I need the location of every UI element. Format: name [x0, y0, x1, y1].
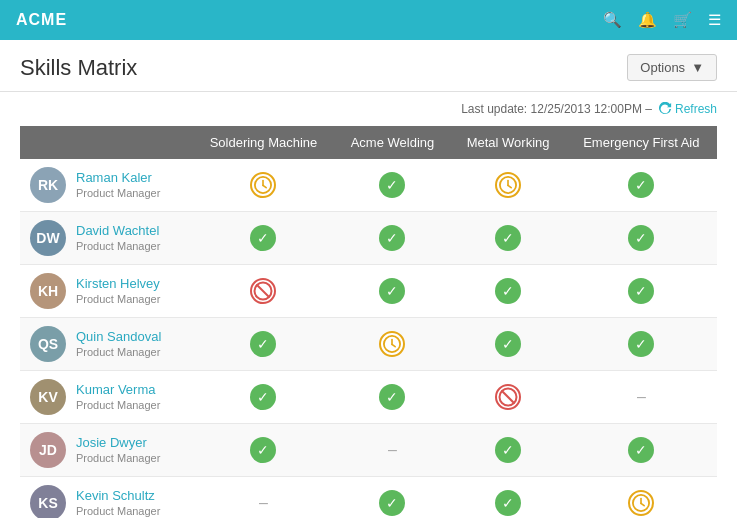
page-title: Skills Matrix [20, 55, 137, 81]
table-row: QS Quin Sandoval Product Manager ✓ ✓ ✓ [20, 318, 717, 371]
cell-welding: ✓ [334, 159, 450, 212]
page-content: Skills Matrix Options ▼ Last update: 12/… [0, 40, 737, 518]
svg-line-5 [508, 185, 511, 187]
menu-icon[interactable]: ☰ [708, 11, 721, 29]
check-icon: ✓ [628, 331, 654, 357]
person-name[interactable]: Kirsten Helvey [76, 276, 160, 291]
person-name[interactable]: Kevin Schultz [76, 488, 160, 503]
cell-metal: ✓ [450, 212, 565, 265]
person-name[interactable]: Kumar Verma [76, 382, 160, 397]
skills-matrix-table: Soldering Machine Acme Welding Metal Wor… [20, 126, 717, 518]
person-role: Product Manager [76, 240, 160, 252]
person-role: Product Manager [76, 505, 160, 517]
cell-soldering: ✓ [193, 371, 335, 424]
person-role: Product Manager [76, 452, 160, 464]
table-header-row: Soldering Machine Acme Welding Metal Wor… [20, 126, 717, 159]
avatar: KS [30, 485, 66, 518]
clock-icon [495, 172, 521, 198]
person-details: Kirsten Helvey Product Manager [76, 276, 160, 306]
cell-firstaid: – [566, 371, 717, 424]
check-icon: ✓ [250, 225, 276, 251]
check-icon: ✓ [495, 331, 521, 357]
cell-welding: ✓ [334, 212, 450, 265]
table-row: JD Josie Dwyer Product Manager ✓ – ✓ ✓ [20, 424, 717, 477]
clock-icon [628, 490, 654, 516]
cell-soldering [193, 159, 335, 212]
table-row: KH Kirsten Helvey Product Manager ✓ ✓ ✓ [20, 265, 717, 318]
check-icon: ✓ [628, 172, 654, 198]
col-header-welding: Acme Welding [334, 126, 450, 159]
person-details: Quin Sandoval Product Manager [76, 329, 161, 359]
cell-metal: ✓ [450, 265, 565, 318]
check-icon: ✓ [495, 278, 521, 304]
main-content: Last update: 12/25/2013 12:00PM – Refres… [0, 92, 737, 518]
svg-line-2 [263, 185, 266, 187]
col-header-soldering: Soldering Machine [193, 126, 335, 159]
app-header: ACME 🔍 🔔 🛒 ☰ [0, 0, 737, 40]
svg-line-10 [392, 344, 395, 346]
person-role: Product Manager [76, 187, 160, 199]
check-icon: ✓ [250, 331, 276, 357]
cell-soldering: ✓ [193, 318, 335, 371]
refresh-button[interactable]: Refresh [658, 102, 717, 116]
person-cell: JD Josie Dwyer Product Manager [20, 424, 193, 477]
app-logo: ACME [16, 11, 67, 29]
bell-icon[interactable]: 🔔 [638, 11, 657, 29]
person-cell: RK Raman Kaler Product Manager [20, 159, 193, 212]
person-details: Kevin Schultz Product Manager [76, 488, 160, 518]
person-name[interactable]: Raman Kaler [76, 170, 160, 185]
cell-welding [334, 318, 450, 371]
cell-firstaid: ✓ [566, 159, 717, 212]
cell-firstaid [566, 477, 717, 519]
check-icon: ✓ [250, 437, 276, 463]
svg-line-7 [257, 285, 270, 298]
col-header-person [20, 126, 193, 159]
cell-welding: – [334, 424, 450, 477]
cell-metal: ✓ [450, 318, 565, 371]
search-icon[interactable]: 🔍 [603, 11, 622, 29]
person-info: DW David Wachtel Product Manager [30, 220, 183, 256]
dash-icon: – [259, 494, 268, 511]
person-name[interactable]: Quin Sandoval [76, 329, 161, 344]
person-info: KH Kirsten Helvey Product Manager [30, 273, 183, 309]
person-cell: KV Kumar Verma Product Manager [20, 371, 193, 424]
cell-welding: ✓ [334, 371, 450, 424]
check-icon: ✓ [628, 278, 654, 304]
person-name[interactable]: Josie Dwyer [76, 435, 160, 450]
refresh-icon [658, 102, 672, 116]
person-details: Raman Kaler Product Manager [76, 170, 160, 200]
clock-icon [250, 172, 276, 198]
options-button[interactable]: Options ▼ [627, 54, 717, 81]
cell-firstaid: ✓ [566, 265, 717, 318]
cell-soldering: ✓ [193, 424, 335, 477]
cell-firstaid: ✓ [566, 212, 717, 265]
person-details: Josie Dwyer Product Manager [76, 435, 160, 465]
cell-firstaid: ✓ [566, 318, 717, 371]
person-name[interactable]: David Wachtel [76, 223, 160, 238]
check-icon: ✓ [379, 278, 405, 304]
check-icon: ✓ [250, 384, 276, 410]
check-icon: ✓ [379, 490, 405, 516]
check-icon: ✓ [495, 437, 521, 463]
cell-metal [450, 371, 565, 424]
cell-metal: ✓ [450, 424, 565, 477]
check-icon: ✓ [379, 172, 405, 198]
cell-metal: ✓ [450, 477, 565, 519]
table-row: KV Kumar Verma Product Manager ✓ ✓ – [20, 371, 717, 424]
cell-welding: ✓ [334, 477, 450, 519]
cell-welding: ✓ [334, 265, 450, 318]
dash-icon: – [637, 388, 646, 405]
ban-icon [495, 384, 521, 410]
cell-metal [450, 159, 565, 212]
person-info: KV Kumar Verma Product Manager [30, 379, 183, 415]
avatar: KH [30, 273, 66, 309]
avatar: RK [30, 167, 66, 203]
cart-icon[interactable]: 🛒 [673, 11, 692, 29]
person-info: KS Kevin Schultz Product Manager [30, 485, 183, 518]
check-icon: ✓ [495, 490, 521, 516]
check-icon: ✓ [379, 384, 405, 410]
check-icon: ✓ [379, 225, 405, 251]
person-details: David Wachtel Product Manager [76, 223, 160, 253]
ban-icon [250, 278, 276, 304]
person-role: Product Manager [76, 399, 160, 411]
